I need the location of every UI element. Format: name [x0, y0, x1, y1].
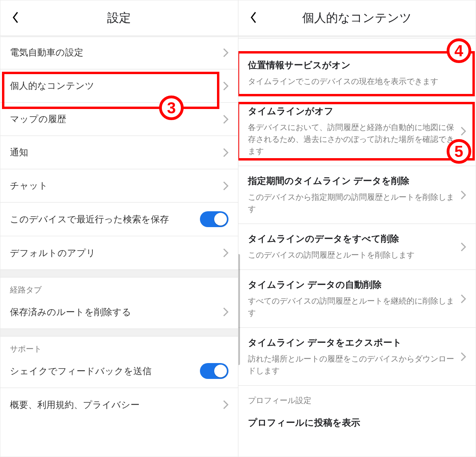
chevron-right-icon: [223, 48, 228, 57]
page-title: 個人的なコンテンツ: [302, 10, 412, 26]
settings-item-chat[interactable]: チャット: [0, 169, 238, 203]
settings-item-about-terms-privacy[interactable]: 概要、利用規約、プライバシー: [0, 388, 238, 421]
settings-item-personal-content[interactable]: 個人的なコンテンツ: [0, 69, 238, 103]
chevron-right-icon: [461, 352, 466, 361]
scrollbar[interactable]: [238, 254, 240, 365]
item-delete-all-timeline[interactable]: タイムラインのデータをすべて削除 このデバイスの訪問履歴とルートを削除します: [238, 224, 476, 270]
row-label: 概要、利用規約、プライバシー: [10, 399, 218, 411]
chevron-right-icon: [223, 248, 228, 258]
settings-item-ev[interactable]: 電気自動車の設定: [0, 36, 238, 69]
chevron-right-icon: [223, 81, 228, 91]
chevron-right-icon: [461, 242, 466, 252]
settings-item-default-app[interactable]: デフォルトのアプリ: [0, 236, 238, 270]
row-label: 通知: [10, 146, 218, 159]
toggle-save-searches[interactable]: [200, 211, 228, 227]
settings-item-delete-saved-routes[interactable]: 保存済みのルートを削除する: [0, 295, 238, 329]
chevron-right-icon: [223, 148, 228, 157]
header: 設定: [0, 0, 238, 36]
settings-item-shake-feedback[interactable]: シェイクでフィードバックを送信: [0, 354, 238, 388]
chevron-right-icon: [461, 126, 466, 136]
row-title: タイムラインがオフ: [248, 105, 456, 117]
row-subtitle: 各デバイスにおいて、訪問履歴と経路が自動的に地図に保存されるため、過去にさかのぼ…: [248, 121, 456, 157]
row-label: マップの履歴: [10, 113, 218, 125]
row-label: デフォルトのアプリ: [10, 247, 218, 259]
section-header-route-tab: 経路タブ: [0, 277, 238, 295]
item-delete-timeline-range[interactable]: 指定期間のタイムライン データを削除 このデバイスから指定期間の訪問履歴とルート…: [238, 166, 476, 224]
item-export-timeline[interactable]: タイムライン データをエクスポート 訪れた場所とルートの履歴をこのデバイスからダ…: [238, 328, 476, 386]
row-subtitle: 訪れた場所とルートの履歴をこのデバイスからダウンロードします: [248, 353, 456, 377]
settings-item-save-recent-searches[interactable]: このデバイスで最近行った検索を保存: [0, 203, 238, 236]
row-title: 位置情報サービスがオン: [248, 59, 466, 71]
chevron-right-icon: [223, 400, 228, 409]
row-subtitle: すべてのデバイスの訪問履歴とルートを継続的に削除します: [248, 295, 456, 319]
settings-item-notifications[interactable]: 通知: [0, 136, 238, 169]
row-title: プロフィールに投稿を表示: [248, 417, 466, 429]
chevron-right-icon: [223, 307, 228, 317]
row-title: タイムライン データをエクスポート: [248, 337, 456, 349]
section-header-profile: プロフィール設定: [238, 386, 476, 406]
row-title: タイムラインのデータをすべて削除: [248, 233, 456, 245]
chevron-left-icon: [12, 11, 19, 25]
row-label: 個人的なコンテンツ: [10, 80, 218, 92]
row-subtitle: このデバイスの訪問履歴とルートを削除します: [248, 249, 456, 261]
settings-pane: 設定 電気自動車の設定 個人的なコンテンツ マップの履歴 通知 チャット: [0, 0, 238, 457]
item-show-posts-on-profile[interactable]: プロフィールに投稿を表示: [238, 406, 476, 439]
row-label: このデバイスで最近行った検索を保存: [10, 213, 200, 226]
row-label: 電気自動車の設定: [10, 46, 218, 59]
section-header-support: サポート: [0, 337, 238, 354]
chevron-right-icon: [223, 115, 228, 124]
personal-content-pane: 個人的なコンテンツ 位置情報サービスがオン タイムラインでこのデバイスの現在地を…: [238, 0, 476, 457]
row-label: シェイクでフィードバックを送信: [10, 365, 200, 377]
row-label: チャット: [10, 180, 218, 192]
item-location-services-on[interactable]: 位置情報サービスがオン タイムラインでこのデバイスの現在地を表示できます: [238, 50, 476, 96]
row-title: 指定期間のタイムライン データを削除: [248, 175, 456, 187]
back-button[interactable]: [8, 10, 23, 26]
row-title: タイムライン データの自動削除: [248, 279, 456, 291]
chevron-right-icon: [461, 294, 466, 304]
settings-item-maps-history[interactable]: マップの履歴: [0, 103, 238, 136]
header: 個人的なコンテンツ: [238, 0, 476, 36]
page-title: 設定: [107, 10, 131, 26]
row-subtitle: このデバイスから指定期間の訪問履歴とルートを削除します: [248, 191, 456, 215]
section-separator: [0, 270, 238, 277]
item-auto-delete-timeline[interactable]: タイムライン データの自動削除 すべてのデバイスの訪問履歴とルートを継続的に削除…: [238, 270, 476, 328]
row-label: 保存済みのルートを削除する: [10, 306, 218, 318]
chevron-right-icon: [223, 181, 228, 191]
chevron-left-icon: [250, 11, 257, 25]
section-separator: [0, 329, 238, 337]
back-button[interactable]: [246, 10, 261, 26]
toggle-shake-feedback[interactable]: [200, 363, 228, 379]
chevron-right-icon: [461, 190, 466, 200]
item-timeline-off[interactable]: タイムラインがオフ 各デバイスにおいて、訪問履歴と経路が自動的に地図に保存される…: [238, 96, 476, 166]
row-subtitle: タイムラインでこのデバイスの現在地を表示できます: [248, 75, 466, 87]
